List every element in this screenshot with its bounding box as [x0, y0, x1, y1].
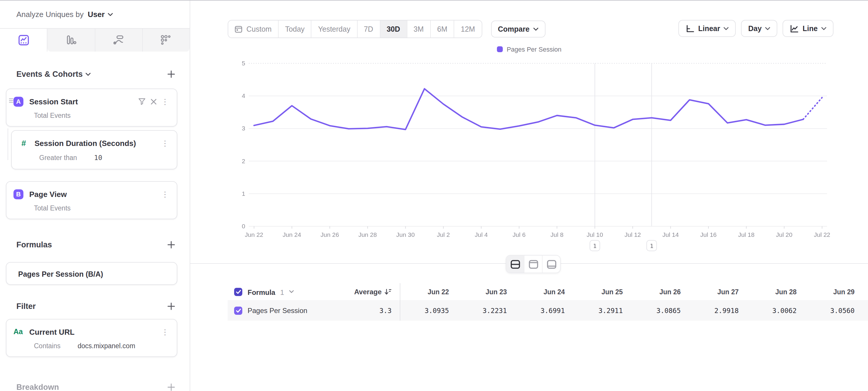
formula-card[interactable]: Pages Per Session (B/A) — [6, 262, 177, 285]
line-chart-icon — [790, 24, 799, 32]
table-date-header[interactable]: Jun 22 — [400, 288, 458, 295]
x-axis-label: Jul 12 — [624, 231, 641, 238]
tab-flows[interactable] — [95, 29, 143, 52]
chevron-down-icon — [821, 27, 827, 30]
events-cohorts-header: Events & Cohorts — [17, 70, 177, 79]
property-filter-card-session-duration[interactable]: # Session Duration (Seconds) ⋮ Greater t… — [11, 130, 177, 169]
operator-dropdown[interactable]: Greater than — [39, 154, 77, 161]
y-axis-label: 1 — [242, 190, 245, 197]
filter-card-current-url[interactable]: Aa Current URL ⋮ Contains docs.mixpanel.… — [6, 319, 177, 357]
select-all-checkbox[interactable] — [234, 287, 242, 296]
drag-handle-icon[interactable] — [9, 98, 13, 103]
table-data-row[interactable]: Pages Per Session 3.3 3.09353.22313.6991… — [228, 300, 868, 320]
average-value-cell: 3.3 — [339, 306, 392, 314]
layout-toggle-group — [506, 255, 561, 273]
x-axis-label: Jul 2 — [437, 231, 450, 238]
table-value-cell: 3.0865 — [632, 306, 690, 314]
date-range-custom[interactable]: Custom — [228, 21, 279, 37]
table-date-header[interactable]: Jun 28 — [748, 288, 806, 295]
sort-descending-icon — [384, 288, 392, 295]
line-chart[interactable]: 01234511Jun 22Jun 24Jun 26Jun 28Jun 30Ju… — [190, 56, 868, 261]
granularity-button[interactable]: Day — [741, 20, 778, 37]
series-visible-checkbox[interactable] — [234, 306, 242, 314]
date-range-30d[interactable]: 30D — [380, 21, 407, 37]
table-date-header[interactable]: Jun 23 — [458, 288, 516, 295]
event-title[interactable]: Session Start — [29, 97, 78, 106]
filter-icon[interactable] — [136, 95, 148, 107]
kebab-menu-icon[interactable]: ⋮ — [159, 95, 171, 107]
layout-split-view-toggle[interactable] — [506, 256, 524, 273]
series-line-pages-per-session[interactable] — [254, 89, 803, 130]
add-breakdown-button[interactable] — [167, 383, 175, 391]
date-range-today[interactable]: Today — [279, 21, 312, 37]
table-date-header[interactable]: Jun 25 — [574, 288, 632, 295]
date-column-headers: Jun 22Jun 23Jun 24Jun 25Jun 26Jun 27Jun … — [400, 283, 864, 300]
filter-value[interactable]: docs.mixpanel.com — [78, 342, 135, 350]
x-axis-label: Jul 14 — [662, 231, 679, 238]
query-builder-sidebar: Events & Cohorts A Session Start — [0, 28, 190, 391]
table-date-header[interactable]: Jun 29 — [806, 288, 864, 295]
results-table: Formula 1 Average Jun 22Jun 23Jun 24Jun … — [228, 283, 868, 320]
x-axis-label: Jul 16 — [700, 231, 717, 238]
add-formula-button[interactable] — [167, 241, 175, 249]
events-cohorts-label[interactable]: Events & Cohorts — [17, 70, 83, 79]
close-icon[interactable] — [148, 95, 159, 107]
filter-operator-dropdown[interactable]: Contains — [34, 342, 61, 350]
formula-group-label[interactable]: Formula — [248, 288, 275, 296]
formula-expression[interactable]: Pages Per Session (B/A) — [18, 270, 103, 278]
event-measurement[interactable]: Total Events — [34, 112, 171, 119]
property-title[interactable]: Session Duration (Seconds) — [34, 139, 136, 147]
event-measurement[interactable]: Total Events — [34, 204, 171, 212]
table-date-header[interactable]: Jun 26 — [632, 288, 690, 295]
event-card-page-view[interactable]: B Page View ⋮ Total Events — [6, 181, 177, 219]
kebab-menu-icon[interactable]: ⋮ — [159, 326, 171, 338]
formula-group-number: 1 — [280, 288, 284, 296]
filter-property-title[interactable]: Current URL — [29, 327, 74, 336]
x-axis-label: Jul 4 — [475, 231, 488, 238]
layout-table-view-toggle[interactable] — [542, 256, 560, 273]
x-axis-label: Jul 22 — [814, 231, 830, 238]
table-date-header[interactable]: Jun 27 — [690, 288, 748, 295]
event-title[interactable]: Page View — [29, 190, 67, 198]
uniques-by-dropdown[interactable]: User — [88, 10, 105, 19]
scale-button[interactable]: Linear — [678, 20, 736, 37]
kebab-menu-icon[interactable]: ⋮ — [159, 188, 171, 200]
table-date-header[interactable]: Jun 24 — [516, 288, 574, 295]
x-axis-label: Jun 30 — [396, 231, 415, 238]
operator-value[interactable]: 10 — [94, 153, 102, 162]
add-filter-button[interactable] — [167, 303, 175, 310]
chevron-down-icon[interactable] — [289, 290, 294, 293]
x-axis-label: Jul 10 — [587, 231, 603, 238]
filter-condition: Contains docs.mixpanel.com — [34, 342, 171, 350]
y-axis-label: 0 — [242, 223, 245, 229]
legend-series-label: Pages Per Session — [506, 46, 561, 53]
date-range-yesterday[interactable]: Yesterday — [312, 21, 357, 37]
annotation-badge-count: 1 — [650, 243, 653, 249]
compare-button[interactable]: Compare — [491, 21, 545, 37]
event-card-session-start[interactable]: A Session Start ⋮ Total Events — [6, 88, 177, 127]
breakdown-label: Breakdown — [17, 383, 59, 391]
add-event-button[interactable] — [167, 71, 175, 78]
report-type-tabs — [0, 28, 190, 52]
table-value-cell: 3.6991 — [516, 306, 574, 314]
tab-retention[interactable] — [143, 29, 190, 52]
kebab-menu-icon[interactable]: ⋮ — [159, 137, 171, 149]
property-condition: Greater than 10 — [39, 153, 171, 162]
series-line-forecast-dotted — [803, 97, 822, 119]
layout-chart-view-toggle[interactable] — [524, 256, 542, 273]
series-name: Pages Per Session — [248, 306, 307, 314]
series-name-cell: Pages Per Session — [228, 306, 339, 314]
average-header-cell[interactable]: Average — [339, 287, 392, 296]
date-range-6m[interactable]: 6M — [431, 21, 455, 37]
insights-chart-icon — [18, 35, 29, 46]
filter-label: Filter — [17, 302, 36, 311]
date-range-12m[interactable]: 12M — [455, 21, 482, 37]
date-range-toolbar: CustomTodayYesterday7D30D3M6M12M Compare — [228, 20, 546, 38]
nested-connector — [8, 129, 8, 160]
date-range-segmented-control: CustomTodayYesterday7D30D3M6M12M — [228, 20, 482, 38]
date-range-3m[interactable]: 3M — [407, 21, 431, 37]
date-range-7d[interactable]: 7D — [357, 21, 380, 37]
tab-funnels[interactable] — [48, 29, 95, 52]
chart-type-button[interactable]: Line — [783, 20, 834, 37]
tab-insights[interactable] — [0, 29, 48, 52]
